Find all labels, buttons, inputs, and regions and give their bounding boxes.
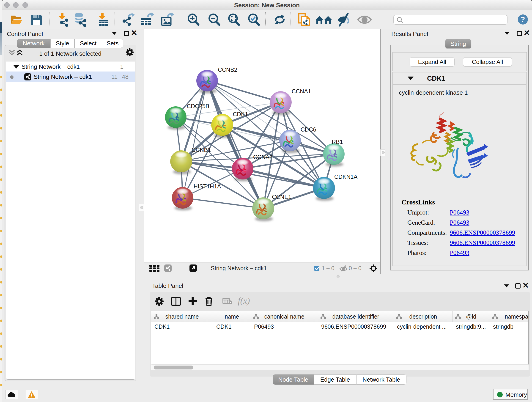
export-image-icon[interactable] (160, 12, 174, 27)
crosslink-row: Uniprot:P06493 (407, 209, 429, 216)
zoom-out-icon[interactable] (207, 12, 221, 27)
network-collection-row[interactable]: String Network – cdk1 1 (6, 61, 135, 72)
column-header-shared-name[interactable]: shared name (151, 311, 213, 322)
birdseye-crosshair-icon[interactable] (369, 264, 378, 273)
network-node-RB1[interactable]: RB1 (323, 139, 345, 167)
expand-all-button[interactable]: Expand All (410, 57, 455, 66)
column-header-namespace[interactable]: namespace (490, 311, 528, 322)
network-share-button[interactable] (164, 264, 172, 272)
import-table-icon[interactable] (96, 12, 109, 27)
hidden-counter: 0 – 0 (349, 265, 361, 272)
save-session-icon[interactable] (30, 12, 43, 27)
panel-close-icon[interactable]: ✕ (131, 30, 138, 36)
open-file-icon[interactable] (10, 12, 23, 27)
panel-float-icon[interactable] (515, 283, 520, 288)
open-in-window-button[interactable] (190, 264, 197, 272)
memory-button[interactable]: Memory (493, 389, 528, 400)
add-column-icon[interactable] (188, 297, 197, 306)
edge-CCNB2-CCNA1[interactable] (207, 81, 281, 102)
help-button[interactable]: ? (518, 14, 528, 25)
show-eye-icon[interactable] (356, 12, 373, 27)
tab-sets[interactable]: Sets (102, 39, 123, 48)
refresh-icon[interactable] (273, 12, 286, 27)
right-splitter-grip[interactable] (382, 151, 385, 154)
show-columns-icon[interactable] (171, 297, 181, 306)
tab-node-table[interactable]: Node Table (273, 375, 314, 385)
cell-canonical-name[interactable]: P06493 (254, 323, 317, 330)
column-header-description[interactable]: description (394, 311, 453, 322)
tree-expand-arrow-icon[interactable] (13, 65, 19, 69)
tab-network[interactable]: Network (17, 39, 51, 48)
toolbar-separator (291, 12, 291, 27)
network-node-HIST1H1A[interactable]: HIST1H1A (172, 183, 221, 211)
network-row[interactable]: String Network – cdk1 11 48 (6, 71, 135, 82)
network-tree: String Network – cdk1 1 String Network –… (6, 61, 135, 380)
import-database-icon[interactable] (73, 12, 88, 27)
column-header-name[interactable]: name (213, 311, 251, 322)
table-panel-box: f(x) shared namenamecanonical namedataba… (150, 292, 530, 376)
tab-select[interactable]: Select (75, 39, 102, 48)
search-input[interactable] (393, 15, 507, 25)
crosslink-label: Uniprot: (407, 209, 429, 216)
horizontal-splitter-grip[interactable] (336, 275, 340, 278)
panel-float-icon[interactable] (124, 31, 129, 36)
crosslink-link[interactable]: P06493 (450, 219, 469, 226)
tab-string[interactable]: String (445, 39, 471, 48)
table-options-gear-icon[interactable] (155, 297, 164, 306)
export-network-icon[interactable] (121, 12, 135, 27)
warning-button[interactable] (25, 390, 38, 399)
edge-HIST1H1A-CCNE1[interactable] (183, 198, 263, 208)
table-row[interactable]: CDK1CDK1P064939606.ENSP00000378699cyclin… (151, 322, 528, 331)
node-label-CDK1: CDK1 (233, 111, 248, 117)
section-collapse-arrow-icon[interactable] (408, 77, 413, 80)
column-header-canonical-name[interactable]: canonical name (251, 311, 318, 322)
cell--id[interactable]: stringdb:9... (456, 323, 489, 330)
edge-CCNB2-HIST1H1A[interactable] (183, 81, 207, 198)
tab-edge-table[interactable]: Edge Table (314, 375, 356, 385)
network-canvas[interactable]: CCNB2CCNA1CDC25BCDK1CDC6RB1CCNB1CCNA2CDK… (144, 29, 380, 262)
cell-description[interactable]: cyclin-dependent ... (397, 323, 452, 330)
table-horizontal-scrollbar[interactable] (152, 364, 529, 370)
network-options-gear-icon[interactable] (126, 48, 133, 56)
panel-menu-arrow-icon[interactable] (112, 32, 117, 35)
houses-icon[interactable] (315, 12, 332, 27)
column-header-database-identifier[interactable]: database identifier (318, 311, 394, 322)
column-header--id[interactable]: @id (453, 311, 490, 322)
crosslink-link[interactable]: P06493 (450, 209, 469, 216)
tab-network-table[interactable]: Network Table (356, 375, 406, 385)
scrollbar-thumb[interactable] (154, 366, 193, 370)
grid-view-icon[interactable] (149, 265, 160, 272)
cdk1-section-header[interactable]: CDK1 (393, 72, 526, 84)
zoom-selected-icon[interactable] (247, 12, 260, 27)
node-table: shared namenamecanonical namedatabase id… (151, 311, 529, 370)
left-splitter-grip[interactable] (140, 206, 143, 209)
cell-database-identifier[interactable]: 9606.ENSP00000378699 (321, 323, 393, 330)
import-network-icon[interactable] (56, 12, 70, 27)
panel-menu-arrow-icon[interactable] (504, 284, 509, 287)
expand-collapse-row: Expand All Collapse All (393, 52, 527, 71)
delete-column-icon[interactable] (205, 297, 213, 306)
hide-details-eye-icon[interactable] (336, 12, 351, 27)
zoom-in-icon[interactable] (186, 12, 200, 27)
export-table-icon[interactable] (139, 12, 155, 27)
network-node-CDKN1A[interactable]: CDKN1A (313, 173, 358, 201)
cell-shared-name[interactable]: CDK1 (154, 323, 212, 330)
panel-float-icon[interactable] (517, 31, 522, 36)
panel-close-icon[interactable]: ✕ (522, 283, 529, 288)
selected-checkbox-icon[interactable] (314, 266, 319, 271)
status-bar: Memory (2, 386, 532, 402)
cell-namespace[interactable]: stringdb (493, 323, 532, 330)
panel-close-icon[interactable]: ✕ (524, 30, 530, 36)
collapse-all-button[interactable]: Collapse All (463, 57, 512, 66)
zoom-fit-icon[interactable] (227, 12, 240, 27)
panel-menu-arrow-icon[interactable] (505, 32, 510, 35)
crosslink-link[interactable]: 9606.ENSP00000378699 (450, 229, 515, 236)
tab-style[interactable]: Style (51, 39, 75, 48)
cloud-button[interactable] (5, 390, 18, 399)
network-node-CDC6[interactable]: CDC6 (279, 126, 316, 153)
edge-CDK1-RB1[interactable] (222, 125, 334, 154)
cell-name[interactable]: CDK1 (216, 323, 250, 330)
crosslink-link[interactable]: 9606.ENSP00000378699 (450, 239, 515, 246)
crosslink-link[interactable]: P06493 (450, 249, 469, 256)
clone-network-icon[interactable] (297, 12, 311, 27)
